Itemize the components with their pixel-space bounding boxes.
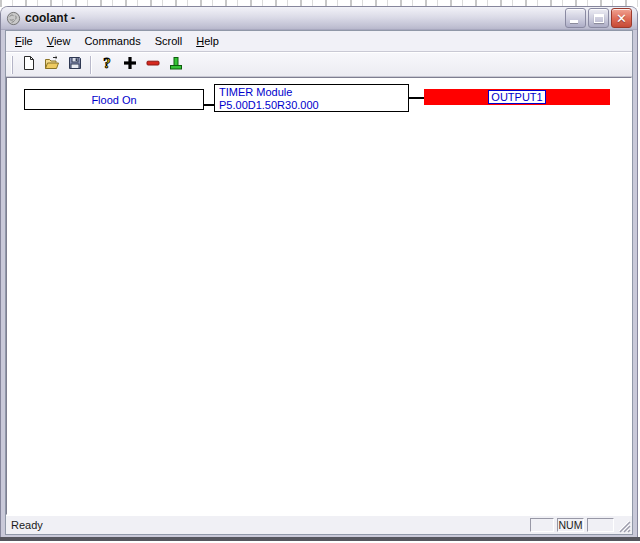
- statusbar: Ready NUM: [6, 515, 632, 534]
- timer-title: TIMER Module: [219, 86, 408, 99]
- save-button[interactable]: [63, 54, 86, 76]
- toolbar-separator: [90, 56, 91, 74]
- output-tee-button[interactable]: [164, 54, 187, 76]
- window-body: FileViewCommandsScrollHelp ? Flood On TI…: [5, 30, 633, 535]
- status-panel-num: NUM: [557, 518, 584, 532]
- diagram-node-timer-module[interactable]: TIMER Module P5.00D1.50R30.000: [214, 84, 409, 112]
- status-panel-cap: [530, 518, 554, 532]
- add-block-button[interactable]: [118, 54, 141, 76]
- output-tee-icon: [168, 55, 184, 74]
- menu-item-help[interactable]: Help: [189, 31, 226, 51]
- timer-params: P5.00D1.50R30.000: [219, 99, 408, 112]
- new-file-icon: [21, 55, 37, 74]
- toolbar: ?: [6, 52, 632, 77]
- diagram-node-flood-on[interactable]: Flood On: [24, 89, 204, 110]
- menu-item-file[interactable]: File: [8, 31, 40, 51]
- remove-block-button[interactable]: [141, 54, 164, 76]
- window-bottom-shadow: [0, 537, 640, 541]
- app-window: coolant - ✕ FileViewCommandsScrollHelp ?…: [1, 7, 637, 538]
- status-panel-scrl: [587, 518, 614, 532]
- close-button[interactable]: ✕: [611, 8, 632, 28]
- minimize-icon: [570, 20, 578, 23]
- connector-line: [408, 97, 425, 99]
- open-file-icon: [44, 55, 60, 74]
- titlebar[interactable]: coolant - ✕: [1, 7, 637, 30]
- svg-text:?: ?: [103, 55, 111, 71]
- toolbar-grip[interactable]: [11, 56, 13, 74]
- background-texture: [0, 0, 640, 7]
- output-label: OUTPUT1: [488, 90, 545, 104]
- maximize-icon: [594, 14, 604, 23]
- menu-item-scroll[interactable]: Scroll: [148, 31, 190, 51]
- node-label: Flood On: [91, 94, 136, 106]
- output-bar[interactable]: OUTPUT1: [424, 89, 610, 105]
- diagram-canvas[interactable]: Flood On TIMER Module P5.00D1.50R30.000 …: [6, 77, 632, 515]
- save-icon: [67, 55, 83, 74]
- remove-block-icon: [145, 55, 161, 74]
- maximize-button[interactable]: [588, 8, 609, 28]
- close-icon: ✕: [616, 12, 627, 25]
- resize-grip-icon[interactable]: [617, 519, 631, 533]
- window-title: coolant -: [25, 11, 565, 25]
- new-file-button[interactable]: [17, 54, 40, 76]
- help-button[interactable]: ?: [95, 54, 118, 76]
- menu-item-commands[interactable]: Commands: [77, 31, 147, 51]
- help-icon: ?: [99, 55, 115, 74]
- app-icon[interactable]: [6, 11, 21, 26]
- open-file-button[interactable]: [40, 54, 63, 76]
- add-block-icon: [122, 55, 138, 74]
- minimize-button[interactable]: [565, 8, 586, 28]
- status-message: Ready: [11, 519, 527, 531]
- menubar: FileViewCommandsScrollHelp: [6, 31, 632, 52]
- menu-item-view[interactable]: View: [40, 31, 78, 51]
